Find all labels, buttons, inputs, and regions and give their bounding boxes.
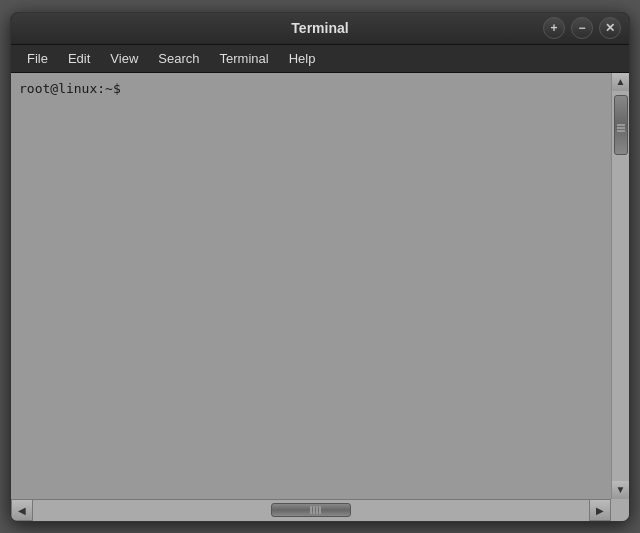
menu-search[interactable]: Search: [148, 48, 209, 69]
close-button[interactable]: ✕: [599, 17, 621, 39]
terminal-window: Terminal + − ✕ File Edit View Search Ter…: [10, 12, 630, 522]
title-bar: Terminal + − ✕: [11, 13, 629, 45]
scroll-down-arrow[interactable]: ▼: [612, 481, 630, 499]
add-button[interactable]: +: [543, 17, 565, 39]
scroll-thumb-vertical[interactable]: [614, 95, 628, 155]
scroll-track-horizontal[interactable]: [33, 500, 589, 521]
scroll-thumb-horizontal[interactable]: [271, 503, 351, 517]
terminal-body[interactable]: root@linux:~$: [11, 73, 611, 499]
scroll-up-arrow[interactable]: ▲: [612, 73, 630, 91]
menu-terminal[interactable]: Terminal: [210, 48, 279, 69]
title-bar-buttons: + − ✕: [543, 17, 621, 39]
window-title: Terminal: [291, 20, 348, 36]
bottom-bar: ◀ ▶: [11, 499, 629, 521]
content-area: root@linux:~$ ▲ ▼: [11, 73, 629, 499]
minimize-button[interactable]: −: [571, 17, 593, 39]
scroll-left-arrow[interactable]: ◀: [11, 499, 33, 521]
vertical-scrollbar[interactable]: ▲ ▼: [611, 73, 629, 499]
scroll-track-vertical[interactable]: [612, 91, 629, 481]
menu-bar: File Edit View Search Terminal Help: [11, 45, 629, 73]
terminal-prompt: root@linux:~$: [19, 81, 121, 96]
scrollbar-corner: [611, 499, 629, 521]
scroll-right-arrow[interactable]: ▶: [589, 499, 611, 521]
menu-edit[interactable]: Edit: [58, 48, 100, 69]
menu-file[interactable]: File: [17, 48, 58, 69]
menu-view[interactable]: View: [100, 48, 148, 69]
menu-help[interactable]: Help: [279, 48, 326, 69]
